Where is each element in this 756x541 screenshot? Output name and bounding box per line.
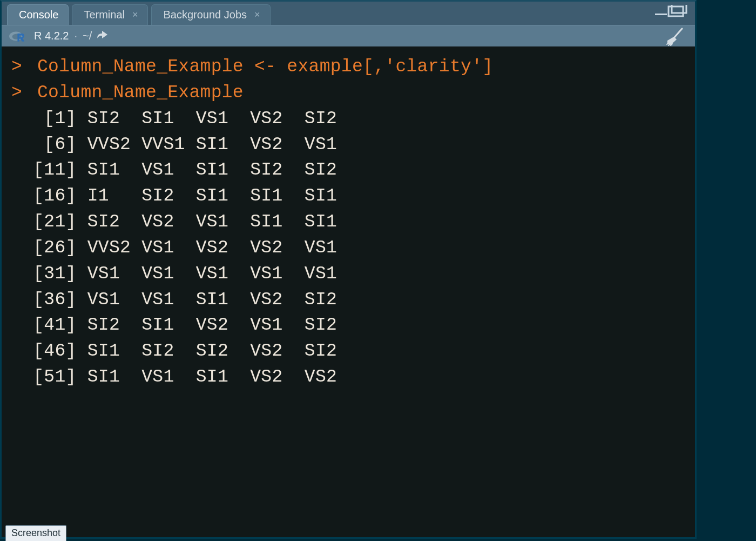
tab-background-jobs[interactable]: Background Jobs × xyxy=(151,4,270,25)
console-toolbar: R 4.2.2 · ~/ xyxy=(2,25,695,46)
prompt: > xyxy=(11,80,37,106)
console-command-line: >Column_Name_Example <- example[,'clarit… xyxy=(11,54,685,80)
close-icon[interactable]: × xyxy=(254,9,260,21)
tab-console[interactable]: Console xyxy=(7,4,69,25)
tooltip-text: Screenshot xyxy=(11,527,60,538)
tab-label: Console xyxy=(19,9,58,21)
prompt: > xyxy=(11,54,37,80)
working-directory[interactable]: ~/ xyxy=(83,30,92,42)
command-text: Column_Name_Example <- example[,'clarity… xyxy=(37,57,493,77)
tab-label: Terminal xyxy=(84,9,125,21)
console-output[interactable]: >Column_Name_Example <- example[,'clarit… xyxy=(2,46,695,537)
separator-dot: · xyxy=(74,30,77,42)
close-icon[interactable]: × xyxy=(132,9,138,21)
svg-rect-0 xyxy=(655,14,667,15)
command-text: Column_Name_Example xyxy=(37,83,244,103)
console-output-rows: [1] SI2 SI1 VS1 VS2 SI2 [6] VVS2 VVS1 SI… xyxy=(11,106,685,390)
pane-tab-bar: Console Terminal × Background Jobs × xyxy=(2,2,695,25)
go-to-directory-icon[interactable] xyxy=(96,29,108,43)
pane-window-controls xyxy=(655,5,688,21)
tab-terminal[interactable]: Terminal × xyxy=(72,4,148,25)
console-pane: Console Terminal × Background Jobs × R xyxy=(0,0,697,539)
r-logo-icon xyxy=(9,30,24,42)
clear-console-icon[interactable] xyxy=(666,28,685,49)
svg-rect-1 xyxy=(669,6,683,16)
r-version: R 4.2.2 xyxy=(34,30,69,42)
minimize-icon[interactable] xyxy=(655,5,688,21)
tooltip: Screenshot xyxy=(5,525,66,539)
console-command-line: >Column_Name_Example xyxy=(11,80,685,106)
tab-label: Background Jobs xyxy=(163,9,247,21)
